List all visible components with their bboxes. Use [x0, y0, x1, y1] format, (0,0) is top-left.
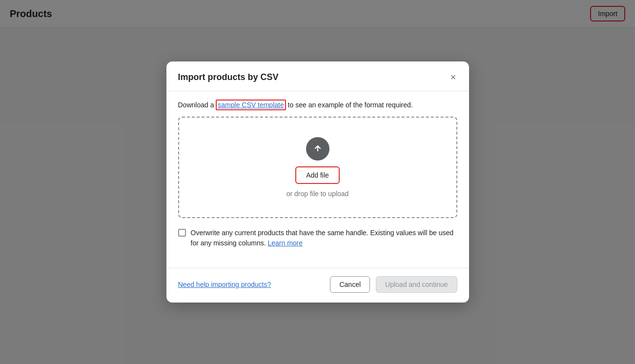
modal-footer: Need help importing products? Cancel Upl… [166, 268, 469, 303]
csv-template-link[interactable]: sample CSV template [216, 100, 286, 110]
modal-body: Download a sample CSV template to see an… [166, 91, 469, 268]
overwrite-checkbox-row: Overwrite any current products that have… [178, 228, 457, 248]
csv-template-description: Download a sample CSV template to see an… [178, 101, 457, 109]
overwrite-label: Overwrite any current products that have… [191, 228, 457, 248]
upload-continue-button[interactable]: Upload and continue [376, 276, 457, 293]
modal-header: Import products by CSV × [166, 61, 469, 91]
overwrite-label-text: Overwrite any current products that have… [191, 229, 454, 247]
description-suffix: to see an example of the format required… [286, 101, 413, 109]
modal-title: Import products by CSV [178, 72, 279, 82]
learn-more-link[interactable]: Learn more [267, 239, 303, 247]
cancel-button[interactable]: Cancel [330, 276, 370, 293]
help-import-link[interactable]: Need help importing products? [178, 281, 271, 288]
footer-actions: Cancel Upload and continue [330, 276, 457, 293]
overwrite-checkbox[interactable] [178, 229, 186, 237]
upload-icon [306, 137, 329, 161]
modal-close-button[interactable]: × [450, 71, 457, 83]
add-file-button[interactable]: Add file [295, 166, 340, 184]
drop-file-text: or drop file to upload [287, 190, 349, 198]
description-prefix: Download a [178, 101, 216, 109]
modal-overlay: Import products by CSV × Download a samp… [0, 0, 635, 364]
upload-arrow-icon [312, 143, 323, 154]
import-modal: Import products by CSV × Download a samp… [166, 61, 469, 303]
file-drop-zone[interactable]: Add file or drop file to upload [178, 117, 457, 218]
